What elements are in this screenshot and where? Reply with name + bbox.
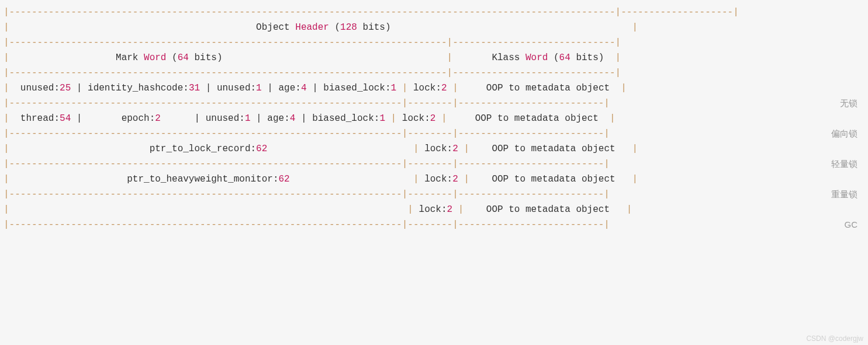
row-state-label: GC [845, 217, 858, 232]
row-state-label: 轻量锁 [831, 156, 857, 172]
mark-word-label: Mark [116, 53, 144, 63]
watermark: CSDN @codergjw [806, 334, 863, 343]
table-row: | | lock:2 | OOP to metadata object |GC [4, 202, 864, 217]
row-state-label: 偏向锁 [831, 126, 857, 141]
separator: |---------------------------------------… [4, 187, 864, 202]
header-keyword: Header [295, 22, 329, 33]
diagram-container: |---------------------------------------… [0, 0, 868, 237]
klass-word-label: Klass [492, 53, 525, 63]
klass-cell: OOP to metadata object [475, 113, 599, 124]
klass-cell: OOP to metadata object [492, 144, 615, 154]
separator-bottom: |---------------------------------------… [4, 217, 864, 232]
header-bits: 128 [340, 22, 357, 33]
table-row: | thread:54 | epoch:2 | unused:1 | age:4… [4, 111, 864, 126]
table-row: | ptr_to_heavyweight_monitor:62 | lock:2… [4, 172, 864, 187]
klass-cell: OOP to metadata object [486, 204, 610, 215]
separator: |---------------------------------------… [4, 126, 864, 141]
klass-cell: OOP to metadata object [486, 83, 610, 93]
row-state-label: 重量锁 [831, 187, 857, 202]
separator: |---------------------------------------… [4, 35, 864, 50]
table-row: | ptr_to_lock_record:62 | lock:2 | OOP t… [4, 141, 864, 156]
object-header-row: | Object Header (128 bits) | [4, 20, 864, 35]
klass-cell: OOP to metadata object [492, 174, 615, 184]
table-row: | unused:25 | identity_hashcode:31 | unu… [4, 81, 864, 96]
object-header-label: Object [256, 22, 295, 33]
separator: |---------------------------------------… [4, 65, 864, 81]
separator: |---------------------------------------… [4, 156, 864, 172]
separator: |---------------------------------------… [4, 96, 864, 111]
separator-top: |---------------------------------------… [4, 5, 864, 20]
row-state-label: 无锁 [840, 96, 857, 111]
section-row: | Mark Word (64 bits) | Klass Word (64 b… [4, 50, 864, 65]
